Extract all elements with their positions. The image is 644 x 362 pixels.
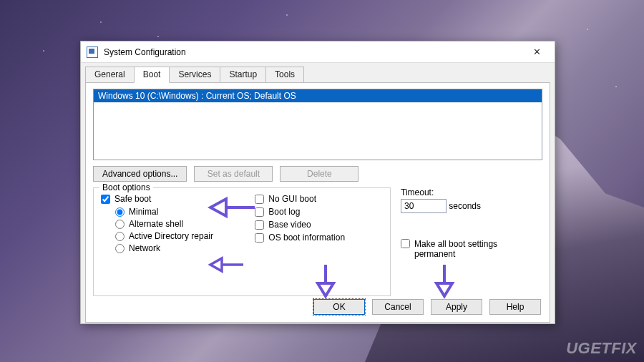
boot-log-checkbox[interactable]: Boot log — [255, 207, 369, 217]
window-title: System Configuration — [104, 47, 522, 57]
boot-tab-pane: Windows 10 (C:\Windows) : Current OS; De… — [85, 82, 550, 323]
os-listbox[interactable]: Windows 10 (C:\Windows) : Current OS; De… — [93, 89, 542, 160]
delete-button: Delete — [280, 166, 358, 182]
make-permanent-checkbox[interactable]: Make all boot settings permanent — [401, 239, 542, 259]
advanced-options-button[interactable]: Advanced options... — [93, 166, 187, 182]
tab-startup[interactable]: Startup — [220, 67, 266, 83]
os-boot-info-checkbox[interactable]: OS boot information — [255, 233, 369, 243]
radio-network[interactable]: Network — [115, 243, 228, 253]
set-default-button: Set as default — [194, 166, 273, 182]
radio-minimal[interactable]: Minimal — [115, 207, 228, 217]
tab-tools[interactable]: Tools — [265, 67, 304, 83]
boot-options-legend: Boot options — [99, 182, 153, 192]
timeout-unit: seconds — [449, 201, 481, 211]
timeout-label: Timeout: — [401, 187, 542, 197]
close-icon: ✕ — [533, 47, 541, 57]
system-configuration-dialog: System Configuration ✕ General Boot Serv… — [80, 41, 555, 324]
safe-boot-checkbox[interactable]: Safe boot — [101, 194, 228, 204]
tab-general[interactable]: General — [85, 67, 135, 83]
no-gui-boot-checkbox[interactable]: No GUI boot — [255, 194, 369, 204]
radio-ad-repair[interactable]: Active Directory repair — [115, 231, 228, 241]
radio-alternate-shell[interactable]: Alternate shell — [115, 219, 228, 229]
watermark-text: UGETFIX — [566, 339, 637, 358]
tab-boot[interactable]: Boot — [134, 67, 170, 83]
titlebar[interactable]: System Configuration ✕ — [81, 41, 555, 63]
boot-options-group: Boot options Safe boot Minimal Alternate… — [93, 187, 391, 296]
base-video-checkbox[interactable]: Base video — [255, 220, 369, 230]
tab-services[interactable]: Services — [169, 67, 220, 83]
apply-button[interactable]: Apply — [431, 299, 482, 315]
cancel-button[interactable]: Cancel — [372, 299, 424, 315]
os-list-item-selected[interactable]: Windows 10 (C:\Windows) : Current OS; De… — [94, 89, 542, 102]
help-button[interactable]: Help — [489, 299, 541, 315]
timeout-input[interactable] — [401, 199, 447, 213]
msconfig-icon — [87, 47, 98, 58]
close-button[interactable]: ✕ — [522, 42, 552, 62]
tab-strip: General Boot Services Startup Tools — [81, 63, 555, 82]
ok-button[interactable]: OK — [313, 299, 365, 315]
